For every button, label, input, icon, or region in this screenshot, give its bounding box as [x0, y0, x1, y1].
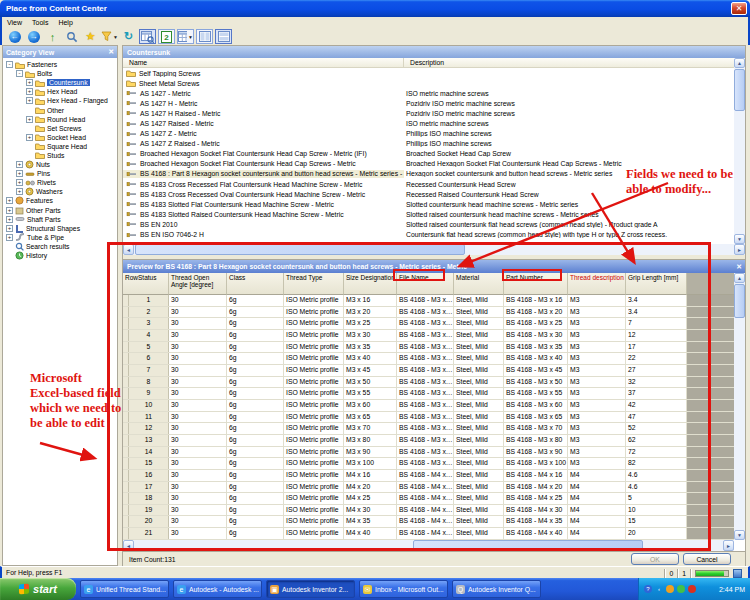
menu-tools[interactable]: Tools: [32, 19, 48, 26]
tree-item-hex-head-flanged[interactable]: +Hex Head - Flanged: [3, 96, 117, 105]
expand-icon[interactable]: +: [26, 88, 33, 95]
list-row-sheet-metal-screws[interactable]: Sheet Metal Screws: [123, 78, 734, 88]
help-icon[interactable]: ?: [644, 585, 652, 593]
table-row[interactable]: 17306gISO Metric profileM4 x 20BS 4168 -…: [123, 482, 734, 494]
spreadsheet-icon[interactable]: 2: [158, 29, 175, 44]
expand-icon[interactable]: +: [6, 207, 13, 214]
scroll-right-icon[interactable]: ►: [734, 244, 745, 255]
scroll-right-icon[interactable]: ►: [723, 540, 734, 551]
table-column-size-designation[interactable]: Size Designation: [344, 273, 397, 295]
table-row[interactable]: 5306gISO Metric profileM3 x 35BS 4168 - …: [123, 342, 734, 354]
scroll-left-icon[interactable]: ◄: [123, 540, 134, 551]
expand-icon[interactable]: +: [6, 216, 13, 223]
tree-item-bolts[interactable]: -Bolts: [3, 69, 117, 78]
collapse-icon[interactable]: ‹: [655, 585, 663, 593]
list-row-bs-4183-slotted-flat-countersunk-head-ma[interactable]: BS 4183 Slotted Flat Countersunk Head Ma…: [123, 199, 734, 209]
expand-icon[interactable]: +: [16, 179, 23, 186]
autodrop-icon[interactable]: [139, 29, 156, 44]
table-row[interactable]: 6306gISO Metric profileM3 x 40BS 4168 - …: [123, 353, 734, 365]
table-row[interactable]: 11306gISO Metric profileM3 x 65BS 4168 -…: [123, 412, 734, 424]
tree-item-pins[interactable]: +Pins: [3, 169, 117, 178]
expand-icon[interactable]: +: [16, 188, 23, 195]
table-row[interactable]: 18306gISO Metric profileM4 x 25BS 4168 -…: [123, 493, 734, 505]
tile-view-icon[interactable]: [196, 29, 213, 44]
list-row-self-tapping-screws[interactable]: Self Tapping Screws: [123, 68, 734, 78]
table-column-material[interactable]: Material: [454, 273, 504, 295]
scrollbar-thumb[interactable]: [413, 540, 643, 551]
table-row[interactable]: 19306gISO Metric profileM4 x 30BS 4168 -…: [123, 505, 734, 517]
table-row[interactable]: 7306gISO Metric profileM3 x 45BS 4168 - …: [123, 365, 734, 377]
tree-item-studs[interactable]: Studs: [3, 151, 117, 160]
search-icon[interactable]: [63, 29, 80, 44]
expand-icon[interactable]: +: [6, 197, 13, 204]
expand-icon[interactable]: +: [16, 161, 23, 168]
table-column-rowstatus[interactable]: RowStatus: [123, 273, 169, 295]
tree-item-socket-head[interactable]: +Socket Head: [3, 133, 117, 142]
table-row[interactable]: 16306gISO Metric profileM4 x 16BS 4168 -…: [123, 470, 734, 482]
tree-item-search-results[interactable]: Search results: [3, 242, 117, 251]
scroll-up-icon[interactable]: ▲: [734, 273, 745, 283]
table-row[interactable]: 3306gISO Metric profileM3 x 25BS 4168 - …: [123, 318, 734, 330]
tree-item-structural-shapes[interactable]: +Structural Shapes: [3, 224, 117, 233]
table-column-class[interactable]: Class: [227, 273, 284, 295]
close-category-view-icon[interactable]: ✕: [108, 48, 114, 56]
tree-item-tube-pipe[interactable]: +Tube & Pipe: [3, 233, 117, 242]
network-icon[interactable]: [677, 585, 685, 593]
up-icon[interactable]: ↑: [44, 29, 61, 44]
expand-icon[interactable]: +: [26, 116, 33, 123]
taskbar-task-unified-thread-stand[interactable]: eUnified Thread Stand...: [80, 580, 169, 598]
list-row-bs-en-iso-7046-2-h[interactable]: BS EN ISO 7046-2 HCountersunk flat head …: [123, 230, 734, 240]
scroll-left-icon[interactable]: ◄: [123, 244, 134, 255]
tree-item-fasteners[interactable]: -Fasteners: [3, 60, 117, 69]
taskbar-task-inbox-microsoft-out[interactable]: ✉Inbox - Microsoft Out...: [359, 580, 448, 598]
tree-item-countersunk[interactable]: +Countersunk: [3, 78, 117, 87]
tree-item-rivets[interactable]: +Rivets: [3, 178, 117, 187]
scrollbar-thumb[interactable]: [135, 244, 465, 255]
table-row[interactable]: 21306gISO Metric profileM4 x 40BS 4168 -…: [123, 528, 734, 540]
close-preview-icon[interactable]: ✕: [736, 263, 742, 271]
expand-icon[interactable]: +: [26, 134, 33, 141]
forward-icon[interactable]: →: [25, 29, 42, 44]
list-row-as-1427-z-metric[interactable]: AS 1427 Z - MetricPhillips ISO machine s…: [123, 129, 734, 139]
tree-item-features[interactable]: +Features: [3, 196, 117, 205]
table-row[interactable]: 13306gISO Metric profileM3 x 80BS 4168 -…: [123, 435, 734, 447]
table-column-thread-open-angle-degree[interactable]: Thread Open Angle [degree]: [169, 273, 227, 295]
list-row-as-1427-raised-metric[interactable]: AS 1427 Raised - MetricISO metric machin…: [123, 118, 734, 128]
list-row-broached-hexagon-socket-flat-countersunk[interactable]: Broached Hexagon Socket Flat Countersunk…: [123, 149, 734, 159]
table-row[interactable]: 10306gISO Metric profileM3 x 60BS 4168 -…: [123, 400, 734, 412]
detail-view-icon[interactable]: [215, 29, 232, 44]
table-row[interactable]: 14306gISO Metric profileM3 x 90BS 4168 -…: [123, 447, 734, 459]
tree-item-nuts[interactable]: +Nuts: [3, 160, 117, 169]
table-column-part-number[interactable]: Part Number: [504, 273, 568, 295]
scroll-down-icon[interactable]: ▼: [734, 530, 745, 540]
table-row[interactable]: 1306gISO Metric profileM3 x 16BS 4168 - …: [123, 295, 734, 307]
collapse-icon[interactable]: -: [6, 61, 13, 68]
table-column-thread-description[interactable]: Thread description: [568, 273, 626, 295]
table-column-thread-type[interactable]: Thread Type: [284, 273, 344, 295]
scroll-down-icon[interactable]: ▼: [734, 234, 745, 244]
tree-item-hex-head[interactable]: +Hex Head: [3, 87, 117, 96]
messenger-icon[interactable]: [666, 585, 674, 593]
expand-icon[interactable]: +: [16, 170, 23, 177]
list-row-as-1427-h-metric[interactable]: AS 1427 H - MetricPozidriv ISO metric ma…: [123, 98, 734, 108]
list-row-bs-en-2010[interactable]: BS EN 2010Slotted raised countersunk fla…: [123, 219, 734, 229]
menu-view[interactable]: View: [7, 19, 22, 26]
list-horizontal-scrollbar[interactable]: ◄ ►: [123, 244, 745, 255]
table-row[interactable]: 20306gISO Metric profileM4 x 35BS 4168 -…: [123, 516, 734, 528]
filter-icon[interactable]: ▼: [101, 29, 118, 44]
table-row[interactable]: 2306gISO Metric profileM3 x 20BS 4168 - …: [123, 307, 734, 319]
table-row[interactable]: 8306gISO Metric profileM3 x 50BS 4168 - …: [123, 377, 734, 389]
tree-item-history[interactable]: History: [3, 251, 117, 260]
ok-button[interactable]: OK: [631, 553, 679, 565]
tree-item-shaft-parts[interactable]: +Shaft Parts: [3, 215, 117, 224]
column-header-name[interactable]: Name: [123, 58, 404, 67]
table-row[interactable]: 4306gISO Metric profileM3 x 30BS 4168 - …: [123, 330, 734, 342]
list-vertical-scrollbar[interactable]: ▲ ▼: [734, 58, 745, 244]
expand-icon[interactable]: +: [6, 225, 13, 232]
table-view-icon[interactable]: ▼: [177, 29, 194, 44]
tree-item-set-screws[interactable]: Set Screws: [3, 124, 117, 133]
tree-item-square-head[interactable]: Square Head: [3, 142, 117, 151]
expand-icon[interactable]: +: [26, 97, 33, 104]
cancel-button[interactable]: Cancel: [683, 553, 731, 565]
back-icon[interactable]: ←: [6, 29, 23, 44]
